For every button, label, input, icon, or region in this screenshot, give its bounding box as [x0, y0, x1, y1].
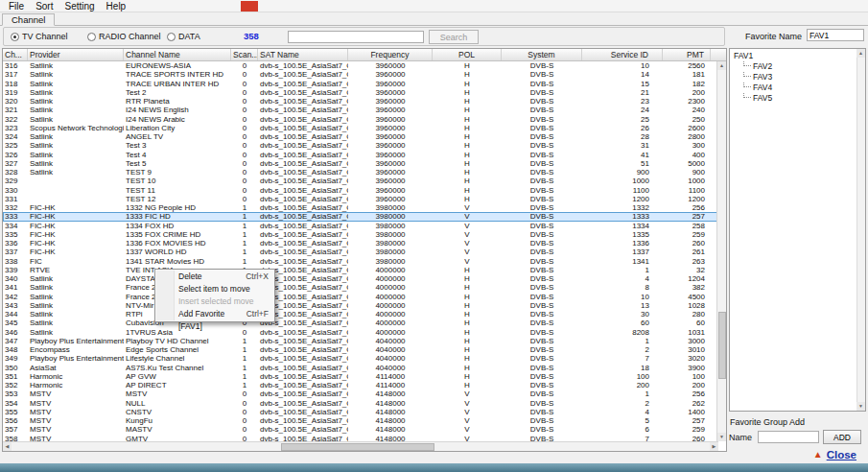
table-row[interactable]: 338 FIC 1341 STAR Movies HD 1 dvb-s_100.…	[3, 257, 718, 266]
cell-frequency: 4148000	[348, 389, 433, 398]
table-row[interactable]: 330 TEST 11 0 dvb-s_100.5E_AsiaSat7_C...…	[3, 186, 718, 195]
scroll-up-arrow-icon[interactable]: ▲	[856, 49, 865, 58]
context-menu-label: Insert selected move	[178, 295, 253, 308]
radio-tv-channel[interactable]: TV Channel	[11, 32, 68, 41]
cell-service-id: 28	[582, 132, 663, 141]
column-header-scan[interactable]: Scan...	[231, 49, 258, 60]
table-row[interactable]: 344 Satlink RTPi 0 dvb-s_100.5E_AsiaSat7…	[3, 310, 718, 319]
cell-service-id: 1341	[582, 257, 663, 266]
radio-data-channel[interactable]: DATA	[167, 32, 200, 41]
table-row[interactable]: 352 Harmonic AP DIRECT 1 dvb-s_100.5E_As…	[3, 381, 718, 389]
cell-provider: MSTV	[28, 389, 124, 398]
cell-ch: 324	[3, 132, 28, 141]
scroll-left-arrow-icon[interactable]: ◀	[3, 442, 12, 451]
table-row[interactable]: 320 Satlink RTR Planeta 0 dvb-s_100.5E_A…	[3, 97, 718, 106]
table-row[interactable]: 326 Satlink Test 4 0 dvb-s_100.5E_AsiaSa…	[3, 151, 718, 159]
column-header-ch[interactable]: Ch...	[3, 49, 28, 60]
column-header-service-id[interactable]: Service ID	[582, 49, 663, 60]
menu-item-help[interactable]: Help	[101, 1, 132, 12]
table-row[interactable]: 353 MSTV MSTV 0 dvb-s_100.5E_AsiaSat7_C.…	[3, 389, 718, 398]
cell-channel-name: Test 2	[124, 88, 231, 97]
table-row[interactable]: 322 Satlink I24 NEWS Arabic 0 dvb-s_100.…	[3, 115, 718, 124]
scroll-down-arrow-icon[interactable]: ▼	[856, 402, 865, 411]
column-header-pmt[interactable]: PMT	[663, 49, 711, 60]
cell-system: DVB-S	[502, 337, 582, 345]
column-header-frequency[interactable]: Frequency	[348, 49, 433, 60]
table-row[interactable]: 323 Scopus Network Technologies Liberati…	[3, 124, 718, 132]
column-header-sat-name[interactable]: SAT Name	[258, 49, 348, 60]
favorite-name-input[interactable]	[807, 29, 864, 41]
radio-radio-channel[interactable]: RADIO Channel	[87, 32, 161, 41]
cell-system: DVB-S	[502, 212, 582, 221]
table-row[interactable]: 327 Satlink Test 5 0 dvb-s_100.5E_AsiaSa…	[3, 159, 718, 168]
table-row[interactable]: 317 Satlink TRACE SPORTS INTER HD 0 dvb-…	[3, 70, 718, 79]
table-row[interactable]: 332 FIC-HK 1332 NG People HD 1 dvb-s_100…	[3, 203, 718, 212]
table-row[interactable]: 340 Satlink DAYSTAR TV 0 dvb-s_100.5E_As…	[3, 274, 718, 283]
column-header-channel-name[interactable]: Channel Name	[124, 49, 231, 60]
cell-frequency: 3980000	[348, 248, 433, 256]
context-menu-item-delete[interactable]: Delete Ctrl+X	[155, 271, 274, 283]
cell-pmt: 1028	[663, 301, 711, 310]
tree-item-fav4[interactable]: FAV4	[734, 83, 865, 93]
search-button[interactable]: Search	[429, 30, 479, 44]
cell-scan: 0	[231, 328, 258, 337]
favorite-group-name-input[interactable]	[758, 431, 819, 443]
table-row[interactable]: 357 MSTV MASTV 0 dvb-s_100.5E_AsiaSat7_C…	[3, 425, 718, 434]
table-row[interactable]: 339 RTVE TVE INT ASIA 1 dvb-s_100.5E_Asi…	[3, 266, 718, 274]
scroll-down-arrow-icon[interactable]: ▼	[717, 433, 726, 441]
tree-item-fav5[interactable]: FAV5	[734, 93, 865, 104]
table-row[interactable]: 343 Satlink NTV-Mir 0 dvb-s_100.5E_AsiaS…	[3, 301, 718, 310]
table-row[interactable]: 345 Satlink Cubavision 0 dvb-s_100.5E_As…	[3, 319, 718, 327]
table-row[interactable]: 346 Satlink 1TVRUS Asia 0 dvb-s_100.5E_A…	[3, 328, 718, 337]
cell-channel-name: MSTV	[124, 389, 231, 398]
cell-sat-name: dvb-s_100.5E_AsiaSat7_C...	[258, 141, 348, 150]
add-button[interactable]: ADD	[823, 430, 861, 444]
table-row[interactable]: 355 MSTV CNSTV 0 dvb-s_100.5E_AsiaSat7_C…	[3, 408, 718, 416]
table-row[interactable]: 347 Playboy Plus Entertainment Playboy T…	[3, 337, 718, 345]
tree-item-fav2[interactable]: FAV2	[734, 61, 865, 72]
vertical-scroll-thumb[interactable]	[718, 312, 726, 379]
table-row[interactable]: 350 AsiaSat AS7S.Ku Test Channel 1 dvb-s…	[3, 364, 718, 372]
table-row[interactable]: 325 Satlink Test 3 0 dvb-s_100.5E_AsiaSa…	[3, 141, 718, 150]
tree-item-fav1[interactable]: FAV1	[734, 51, 865, 61]
column-header-system[interactable]: System	[502, 49, 582, 60]
tab-channel[interactable]: Channel	[2, 13, 55, 26]
table-row[interactable]: 331 TEST 12 0 dvb-s_100.5E_AsiaSat7_C...…	[3, 195, 718, 203]
cell-channel-name: 1332 NG People HD	[124, 203, 231, 212]
table-row[interactable]: 341 Satlink France 24 0 dvb-s_100.5E_Asi…	[3, 283, 718, 292]
menu-item-setting[interactable]: Setting	[59, 1, 100, 12]
table-row[interactable]: 324 Satlink ANGEL TV 0 dvb-s_100.5E_Asia…	[3, 132, 718, 141]
cell-channel-name: AS7S.Ku Test Channel	[124, 364, 231, 372]
context-menu-item-add-favorite[interactable]: Add Favorite [FAV1] Ctrl+F	[155, 308, 274, 320]
table-row[interactable]: 329 TEST 10 0 dvb-s_100.5E_AsiaSat7_C...…	[3, 177, 718, 185]
menu-item-sort[interactable]: Sort	[30, 1, 59, 12]
scroll-up-arrow-icon[interactable]: ▲	[717, 61, 726, 70]
table-row[interactable]: 328 Satlink TEST 9 0 dvb-s_100.5E_AsiaSa…	[3, 168, 718, 177]
table-row[interactable]: 337 FIC-HK 1337 WORLD HD 1 dvb-s_100.5E_…	[3, 248, 718, 256]
table-row[interactable]: 354 MSTV NULL 0 dvb-s_100.5E_AsiaSat7_C.…	[3, 399, 718, 408]
tree-item-fav3[interactable]: FAV3	[734, 72, 865, 83]
table-row[interactable]: 336 FIC-HK 1336 FOX MOVIES HD 1 dvb-s_10…	[3, 239, 718, 248]
context-menu-item-select-to-move[interactable]: Select item to move	[155, 283, 274, 295]
table-row[interactable]: 351 Harmonic AP GVW 1 dvb-s_100.5E_AsiaS…	[3, 372, 718, 381]
table-row[interactable]: 319 Satlink Test 2 0 dvb-s_100.5E_AsiaSa…	[3, 88, 718, 97]
horizontal-scroll-thumb[interactable]	[281, 443, 434, 451]
table-row[interactable]: 334 FIC-HK 1334 FOX HD 1 dvb-s_100.5E_As…	[3, 222, 718, 230]
table-row[interactable]: 316 Satlink EURONEWS-ASIA 0 dvb-s_100.5E…	[3, 61, 718, 70]
table-row[interactable]: 356 MSTV KungFu 0 dvb-s_100.5E_AsiaSat7_…	[3, 416, 718, 425]
table-row[interactable]: 321 Satlink I24 NEWS English 0 dvb-s_100…	[3, 106, 718, 114]
table-row[interactable]: 318 Satlink TRACE URBAN INTER HD 0 dvb-s…	[3, 80, 718, 88]
table-row[interactable]: 348 Encompass Edge Sports Channel 1 dvb-…	[3, 345, 718, 354]
scroll-right-arrow-icon[interactable]: ▶	[710, 442, 718, 451]
table-row[interactable]: 335 FIC-HK 1335 FOX CRIME HD 1 dvb-s_100…	[3, 230, 718, 239]
table-row[interactable]: 349 Playboy Plus Entertainment Lifestyle…	[3, 354, 718, 363]
column-header-pol[interactable]: POL	[433, 49, 502, 60]
radio-tv-channel-label: TV Channel	[22, 32, 68, 41]
table-row[interactable]: 342 Satlink France 24 (en Francais) 0 dv…	[3, 293, 718, 301]
cell-scan: 0	[231, 124, 258, 132]
menu-item-file[interactable]: File	[3, 1, 30, 12]
search-input[interactable]	[288, 31, 424, 43]
table-row[interactable]: 333 FIC-HK 1333 FIC HD 1 dvb-s_100.5E_As…	[3, 212, 718, 221]
column-header-provider[interactable]: Provider	[28, 49, 124, 60]
close-button[interactable]: ▲ Close	[813, 449, 856, 460]
